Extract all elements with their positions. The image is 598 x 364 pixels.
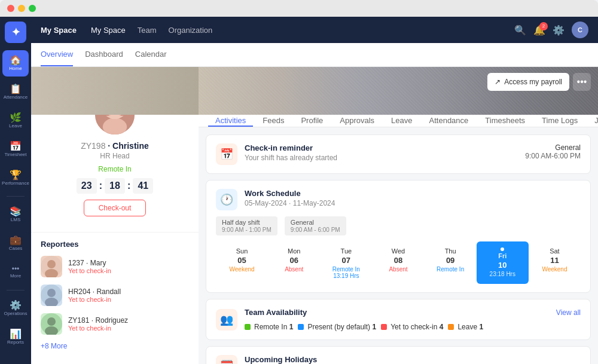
sidebar-item-reports[interactable]: 📊 Reports: [2, 324, 29, 350]
cards-container: 📅 Check-in reminder Your shift has alrea…: [199, 127, 598, 364]
banner-more-button[interactable]: •••: [573, 73, 591, 91]
tab-attendance[interactable]: Attendance: [422, 115, 476, 127]
checkout-button[interactable]: Check-out: [84, 200, 147, 216]
reportee-1-name: 1237 · Mary: [68, 259, 111, 267]
team-avail-view-all[interactable]: View all: [556, 308, 581, 317]
nav-link-myspace[interactable]: My Space: [91, 26, 126, 35]
left-area: ZY198 · Christine HR Head Remote In 23 :…: [31, 67, 199, 364]
reportee-info-1: 1237 · Mary Yet to check-in: [68, 259, 111, 274]
maximize-button[interactable]: [29, 5, 36, 12]
more-reportees-link[interactable]: +8 More: [41, 342, 189, 350]
reportee-avatar-1: [41, 256, 62, 277]
tab-timesheets[interactable]: Timesheets: [478, 115, 532, 127]
sidebar-item-timesheet[interactable]: 📅 Timesheet: [2, 136, 29, 163]
reportee-2-status: Yet to check-in: [68, 296, 121, 303]
reportee-avatar-3: [41, 313, 62, 335]
subnav-dashboard[interactable]: Dashboard: [85, 43, 123, 66]
leave-dot: [448, 324, 454, 330]
profile-role: HR Head: [38, 152, 191, 160]
badge-yet-to-checkin: Yet to check-in 4: [381, 323, 443, 331]
sidebar-item-home[interactable]: 🏠 Home: [2, 50, 29, 77]
checkin-card: 📅 Check-in reminder Your shift has alrea…: [206, 134, 591, 174]
app-container: ✦ 🏠 Home 📋 Attendance 🌿 Leave 📅 Timeshee…: [0, 17, 598, 364]
sidebar-item-cases[interactable]: 💼 Cases: [2, 230, 29, 256]
nav-link-organization[interactable]: Organization: [169, 26, 213, 35]
left-banner: [31, 67, 199, 115]
schedule-card: 🕐 Work Schedule 05-May-2024 · 11-May-202…: [206, 180, 591, 293]
performance-icon: 🏆: [10, 170, 22, 180]
reportee-avatar-2: [41, 285, 62, 306]
reportee-item: 1237 · Mary Yet to check-in: [41, 256, 189, 277]
day-fri: Fri 10 23:18 Hrs: [477, 241, 529, 284]
timer-seconds: 41: [133, 178, 153, 194]
home-icon: 🏠: [10, 56, 22, 65]
search-icon[interactable]: 🔍: [514, 25, 526, 36]
tab-timelogs[interactable]: Time Logs: [535, 115, 585, 127]
top-nav: My Space My Space Team Organization 🔍 🔔 …: [31, 17, 598, 43]
subnav-calendar[interactable]: Calendar: [135, 43, 167, 66]
profile-section: ZY198 · Christine HR Head Remote In 23 :…: [31, 115, 199, 232]
activity-tabs: Activities Feeds Profile Approvals Leave…: [199, 115, 598, 127]
sidebar-divider: [7, 196, 25, 197]
profile-status: Remote In: [38, 165, 191, 173]
nav-link-team[interactable]: Team: [138, 26, 157, 35]
notification-icon[interactable]: 🔔 2: [533, 25, 545, 36]
sidebar-item-leave[interactable]: 🌿 Leave: [2, 108, 29, 134]
tab-approvals[interactable]: Approvals: [332, 115, 382, 127]
schedule-dates: 05-May-2024 · 11-May-2024: [245, 199, 581, 207]
sidebar-item-performance[interactable]: 🏆 Performance: [2, 165, 29, 191]
tab-profile[interactable]: Profile: [294, 115, 330, 127]
profile-id-name: ZY198 · Christine: [38, 141, 191, 151]
reportee-item-3: ZY181 · Rodriguez Yet to check-in: [41, 313, 189, 335]
checkin-title: Check-in reminder: [245, 143, 518, 152]
timer-hours: 23: [77, 178, 97, 194]
holiday-icon: 🗓️: [216, 355, 237, 364]
timesheet-icon: 📅: [10, 142, 22, 151]
day-wed: Wed 08 Absent: [372, 241, 424, 284]
app-logo[interactable]: ✦: [5, 22, 26, 43]
tab-activities[interactable]: Activities: [208, 115, 253, 127]
reportees-section: Reportees 1237 · Mary Yet to check-in: [31, 232, 199, 357]
timer-minutes: 18: [105, 178, 125, 194]
window-chrome: [0, 0, 598, 17]
attendance-icon: 📋: [10, 84, 22, 94]
svg-point-8: [47, 289, 56, 297]
reportees-title: Reportees: [41, 240, 189, 249]
user-avatar[interactable]: C: [572, 22, 588, 38]
badge-remote-in: Remote In 1: [245, 323, 293, 331]
reportee-1-status: Yet to check-in: [68, 267, 111, 274]
svg-point-11: [47, 317, 56, 326]
main-layout: ZY198 · Christine HR Head Remote In 23 :…: [31, 67, 598, 364]
badge-present: Present (by default) 1: [298, 323, 376, 331]
sidebar-item-attendance[interactable]: 📋 Attendance: [2, 79, 29, 105]
checkin-right-time: 9:00 AM-6:00 PM: [525, 152, 581, 160]
subnav-overview[interactable]: Overview: [41, 43, 73, 66]
reports-icon: 📊: [10, 329, 22, 339]
payroll-button[interactable]: ↗ Access my payroll: [487, 73, 569, 91]
settings-icon[interactable]: ⚙️: [553, 25, 565, 36]
checkin-icon: 📅: [216, 143, 237, 165]
profile-avatar-area: [31, 115, 199, 141]
badge-leave: Leave 1: [448, 323, 483, 331]
checkin-right-title: General: [525, 143, 581, 152]
profile-timer: 23 : 18 : 41: [38, 178, 191, 194]
sidebar-item-lms[interactable]: 📚 LMS: [2, 201, 29, 228]
tab-jobs[interactable]: Jobs: [587, 115, 598, 127]
svg-point-2: [103, 118, 127, 136]
team-availability-card: 👥 Team Availability View all Remote I: [206, 299, 591, 340]
sidebar: ✦ 🏠 Home 📋 Attendance 🌿 Leave 📅 Timeshee…: [0, 17, 31, 364]
close-button[interactable]: [7, 5, 14, 12]
sidebar-item-operations[interactable]: ⚙️ Operations: [2, 295, 29, 322]
schedule-days: Sun 05 Weekend Mon 06 Absent: [216, 241, 581, 284]
main-area: My Space My Space Team Organization 🔍 🔔 …: [31, 17, 598, 364]
leave-icon: 🌿: [10, 113, 22, 123]
cases-icon: 💼: [10, 235, 22, 245]
holidays-card: 🗓️ Upcoming Holidays Christmas 25 - Dec …: [206, 346, 591, 364]
checkin-subtitle: Your shift has already started: [245, 154, 518, 162]
tab-leave[interactable]: Leave: [384, 115, 419, 127]
schedule-legend: Half day shift9:00 AM - 1:00 PM General9…: [216, 216, 581, 235]
sidebar-item-more[interactable]: ••• More: [2, 259, 29, 285]
minimize-button[interactable]: [18, 5, 25, 12]
tab-feeds[interactable]: Feeds: [255, 115, 291, 127]
reportee-info-3: ZY181 · Rodriguez Yet to check-in: [68, 316, 128, 332]
